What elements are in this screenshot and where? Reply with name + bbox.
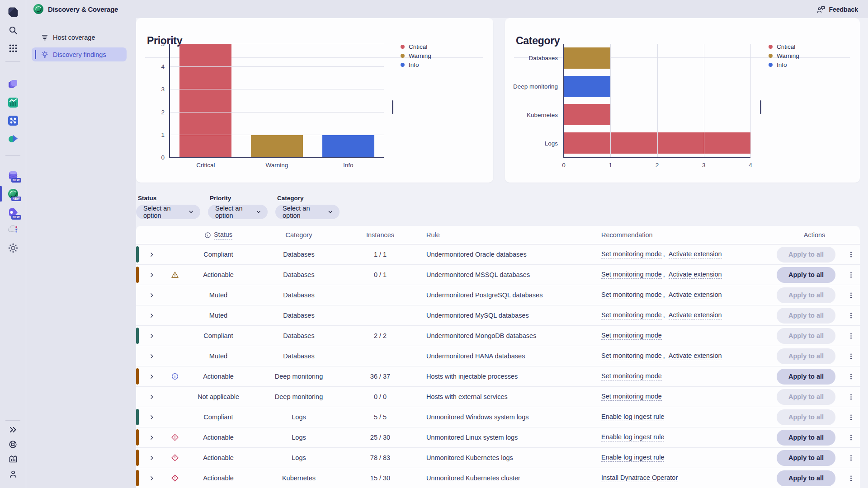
- table-row[interactable]: MutedDatabasesUndermonitored MySQL datab…: [136, 305, 860, 326]
- row-menu-button[interactable]: [846, 311, 856, 320]
- recommendation-link[interactable]: Set monitoring mode: [601, 250, 662, 258]
- row-expander-button[interactable]: [136, 455, 167, 461]
- table-row[interactable]: MutedDatabasesUndermonitored PostgreSQL …: [136, 285, 860, 305]
- rule-link[interactable]: Unmonitored Kubernetes cluster: [426, 474, 520, 482]
- apps-grid-icon[interactable]: [7, 42, 19, 54]
- clouds-app-icon[interactable]: [7, 79, 19, 90]
- priority-filter-select[interactable]: Select an option: [208, 205, 268, 219]
- recommendation-link[interactable]: Activate extension: [669, 352, 722, 360]
- recommendation-link[interactable]: Set monitoring mode: [601, 291, 662, 299]
- recommendation-link[interactable]: Set monitoring mode: [601, 393, 662, 401]
- rule-link[interactable]: Hosts with injectable processes: [426, 373, 518, 380]
- legend-item-critical[interactable]: Critical: [769, 43, 799, 50]
- feedback-button[interactable]: Feedback: [814, 3, 861, 16]
- account-person-icon[interactable]: [7, 468, 19, 480]
- column-header-status[interactable]: Status: [183, 231, 254, 239]
- rule-link[interactable]: Undermonitored HANA databases: [426, 352, 525, 360]
- recommendation-link[interactable]: Set monitoring mode: [601, 311, 662, 319]
- rule-link[interactable]: Unmonitored Kubernetes logs: [426, 454, 513, 461]
- segments-app-icon[interactable]: NEW: [7, 206, 19, 218]
- row-menu-button[interactable]: [846, 433, 856, 442]
- table-row[interactable]: CompliantDatabases2 / 2Undermonitored Mo…: [136, 326, 860, 346]
- recommendation-link[interactable]: Activate extension: [669, 250, 722, 258]
- row-expander-button[interactable]: [136, 353, 167, 360]
- table-row[interactable]: CompliantDatabases1 / 1Undermonitored Or…: [136, 244, 860, 265]
- rule-link[interactable]: Undermonitored PostgreSQL databases: [426, 291, 542, 299]
- row-expander-button[interactable]: [136, 292, 167, 299]
- recommendation-link[interactable]: Set monitoring mode: [601, 372, 662, 380]
- table-row[interactable]: ActionableLogs78 / 83Unmonitored Kuberne…: [136, 448, 860, 468]
- table-row[interactable]: ActionableKubernetes15 / 30Unmonitored K…: [136, 468, 860, 488]
- recommendation-link[interactable]: Enable log ingest rule: [601, 454, 664, 462]
- recommendation-link[interactable]: Set monitoring mode: [601, 352, 662, 360]
- recommendation-link[interactable]: Install Dynatrace Operator: [601, 474, 678, 482]
- legend-item-warning[interactable]: Warning: [401, 52, 431, 59]
- row-menu-button[interactable]: [846, 270, 856, 280]
- settings-gear-icon[interactable]: [7, 242, 19, 254]
- recommendation-link[interactable]: Activate extension: [669, 271, 722, 279]
- apply-to-all-button[interactable]: Apply to all: [777, 267, 835, 283]
- row-menu-button[interactable]: [846, 392, 856, 402]
- rule-link[interactable]: Undermonitored Oracle databases: [426, 251, 527, 258]
- kubernetes-app-icon[interactable]: [7, 133, 19, 145]
- help-lifebuoy-icon[interactable]: [7, 438, 19, 450]
- row-expander-button[interactable]: [136, 251, 167, 258]
- category-filter-select[interactable]: Select an option: [275, 205, 340, 219]
- row-menu-button[interactable]: [846, 372, 856, 381]
- row-expander-button[interactable]: [136, 312, 167, 319]
- recommendation-link[interactable]: Activate extension: [669, 291, 722, 299]
- apply-to-all-button[interactable]: Apply to all: [777, 430, 835, 446]
- sidebar-item-host-coverage[interactable]: Host coverage: [32, 30, 127, 44]
- legend-item-info[interactable]: Info: [401, 61, 431, 68]
- row-menu-button[interactable]: [846, 453, 856, 463]
- dynatrace-logo[interactable]: [7, 6, 19, 18]
- apply-to-all-button[interactable]: Apply to all: [777, 369, 835, 385]
- sidebar-item-discovery-findings[interactable]: Discovery findings: [32, 47, 127, 61]
- row-menu-button[interactable]: [846, 413, 856, 422]
- rule-link[interactable]: Unmonitored Windows system logs: [426, 413, 528, 421]
- recommendation-link[interactable]: Enable log ingest rule: [601, 433, 664, 441]
- legend-item-critical[interactable]: Critical: [401, 43, 431, 50]
- expand-rail-icon[interactable]: [7, 424, 19, 436]
- legend-item-info[interactable]: Info: [769, 61, 799, 68]
- legend-scrollbar[interactable]: [760, 100, 761, 114]
- rule-link[interactable]: Hosts with external services: [426, 393, 508, 400]
- cloud-import-icon[interactable]: [7, 223, 19, 235]
- legend-scrollbar[interactable]: [392, 100, 393, 114]
- rule-link[interactable]: Undermonitored MSSQL databases: [426, 271, 530, 278]
- row-menu-button[interactable]: [846, 352, 856, 361]
- rule-link[interactable]: Unmonitored Linux system logs: [426, 434, 518, 441]
- table-row[interactable]: ActionableLogs25 / 30Unmonitored Linux s…: [136, 427, 860, 448]
- row-menu-button[interactable]: [846, 331, 856, 341]
- row-expander-button[interactable]: [136, 333, 167, 339]
- recommendation-link[interactable]: Enable log ingest rule: [601, 413, 664, 421]
- recommendation-link[interactable]: Activate extension: [669, 311, 722, 319]
- status-filter-select[interactable]: Select an option: [136, 205, 200, 219]
- extensions-app-icon[interactable]: [7, 115, 19, 127]
- recommendation-link[interactable]: Set monitoring mode: [601, 332, 662, 340]
- table-row[interactable]: ActionableDatabases0 / 1Undermonitored M…: [136, 265, 860, 285]
- row-expander-button[interactable]: [136, 394, 167, 400]
- table-row[interactable]: ActionableDeep monitoring36 / 37Hosts wi…: [136, 366, 860, 387]
- databases-app-icon[interactable]: NEW: [7, 169, 19, 181]
- discovery-coverage-app-icon[interactable]: NEW: [7, 188, 19, 200]
- rule-link[interactable]: Undermonitored MongoDB databases: [426, 332, 536, 339]
- rule-link[interactable]: Undermonitored MySQL databases: [426, 312, 529, 319]
- row-menu-button[interactable]: [846, 291, 856, 300]
- row-expander-button[interactable]: [136, 272, 167, 278]
- table-row[interactable]: CompliantLogs5 / 5Unmonitored Windows sy…: [136, 407, 860, 427]
- row-expander-button[interactable]: [136, 475, 167, 482]
- table-row[interactable]: MutedDatabasesUndermonitored HANA databa…: [136, 346, 860, 366]
- recommendation-link[interactable]: Set monitoring mode: [601, 271, 662, 279]
- row-expander-button[interactable]: [136, 373, 167, 380]
- analytics-app-icon[interactable]: [7, 97, 19, 108]
- table-row[interactable]: Not applicableDeep monitoring0 / 0Hosts …: [136, 387, 860, 407]
- search-icon[interactable]: [7, 24, 19, 36]
- row-menu-button[interactable]: [846, 250, 856, 259]
- row-menu-button[interactable]: [846, 474, 856, 483]
- usage-chart-icon[interactable]: [7, 453, 19, 465]
- legend-item-warning[interactable]: Warning: [769, 52, 799, 59]
- row-expander-button[interactable]: [136, 414, 167, 421]
- row-expander-button[interactable]: [136, 434, 167, 441]
- apply-to-all-button[interactable]: Apply to all: [777, 470, 835, 486]
